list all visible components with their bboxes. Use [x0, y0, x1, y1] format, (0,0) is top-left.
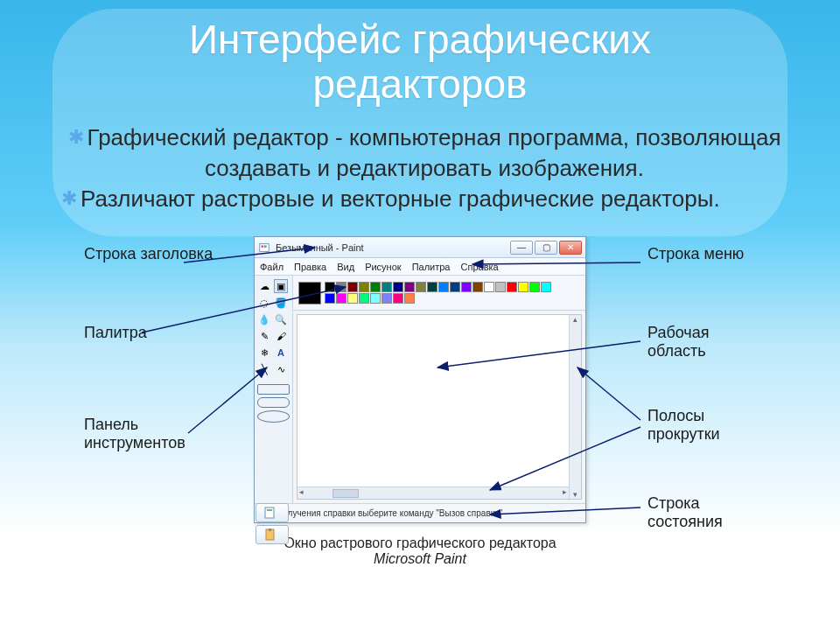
tool-brush-icon[interactable]: 🖌	[274, 329, 288, 343]
paragraph-2: ✱Различают растровые и векторные графиче…	[44, 184, 805, 214]
palette-swatch[interactable]	[404, 282, 415, 292]
palette-swatch[interactable]	[450, 282, 460, 292]
shape-ellipse-icon[interactable]	[257, 410, 290, 423]
label-title-bar: Строка заголовка	[84, 245, 213, 263]
palette-swatch[interactable]	[359, 293, 369, 304]
paint-titlebar: Безымянный - Paint — ▢ ✕	[255, 237, 585, 258]
palette-swatch[interactable]	[336, 282, 346, 292]
palette-swatch[interactable]	[416, 282, 426, 292]
tool-select-icon[interactable]: ▣	[274, 279, 288, 293]
palette-swatch[interactable]	[393, 293, 403, 304]
label-work-area: Рабочая область	[648, 324, 752, 360]
menu-edit[interactable]: Правка	[294, 262, 326, 272]
palette-swatch[interactable]	[461, 282, 472, 292]
menu-palette[interactable]: Палитра	[412, 262, 451, 272]
title-line-2: редакторов	[313, 61, 528, 107]
tool-text-icon[interactable]: A	[274, 346, 288, 360]
palette-swatch[interactable]	[427, 282, 438, 292]
palette-swatch[interactable]	[495, 282, 506, 292]
horizontal-scrollbar[interactable]	[298, 486, 569, 499]
palette-grid	[325, 282, 552, 304]
menu-view[interactable]: Вид	[337, 262, 354, 272]
label-toolbox: Панель инструментов	[84, 416, 206, 452]
canvas-column	[293, 276, 585, 503]
body-text: ✱Графический редактор - компьютерная про…	[44, 122, 805, 214]
close-button[interactable]: ✕	[559, 241, 582, 255]
menu-help[interactable]: Справка	[461, 262, 499, 272]
label-scrollbars: Полосы прокрутки	[648, 407, 752, 443]
paint-app-icon	[258, 242, 270, 254]
maximize-button[interactable]: ▢	[535, 241, 557, 255]
tool-picker-icon[interactable]: 💧	[257, 312, 271, 326]
shape-roundrect-icon[interactable]	[257, 397, 290, 408]
paint-menubar: Файл Правка Вид Рисунок Палитра Справка	[255, 258, 585, 276]
tool-zoom-icon[interactable]: 🔍	[274, 312, 288, 326]
palette-swatch[interactable]	[325, 282, 335, 292]
svg-rect-1	[262, 245, 264, 248]
paint-figure: Безымянный - Paint — ▢ ✕ Файл Правка Вид…	[254, 236, 586, 567]
menu-file[interactable]: Файл	[260, 262, 284, 272]
clipboard-buttons	[256, 503, 289, 544]
palette-swatch[interactable]	[438, 282, 449, 292]
caption-prefix: Окно растрового графического редактора	[284, 536, 556, 550]
shape-rect-icon[interactable]	[257, 384, 290, 395]
label-palette: Палитра	[84, 324, 147, 342]
paint-toolbox: ☁ ▣ ◌ 🪣 💧 🔍 ✎ 🖌 ❄ A ╲ ∿	[255, 276, 293, 503]
palette-swatch[interactable]	[472, 282, 483, 292]
palette-swatch[interactable]	[518, 282, 528, 292]
bullet-icon: ✱	[61, 187, 77, 209]
tool-freeform-select-icon[interactable]: ☁	[257, 279, 271, 293]
paragraph-1: ✱Графический редактор - компьютерная про…	[44, 122, 805, 184]
bullet-icon: ✱	[68, 126, 84, 148]
clipboard-paste-button[interactable]	[256, 503, 289, 522]
hscroll-thumb[interactable]	[332, 489, 359, 498]
tool-line-icon[interactable]: ╲	[257, 362, 271, 376]
palette-swatch[interactable]	[507, 282, 517, 292]
minimize-button[interactable]: —	[510, 241, 533, 255]
palette-swatch[interactable]	[347, 282, 358, 292]
menu-image[interactable]: Рисунок	[365, 262, 402, 272]
svg-rect-2	[264, 245, 267, 248]
paint-window: Безымянный - Paint — ▢ ✕ Файл Правка Вид…	[254, 236, 586, 523]
para1-lead: Графический редактор	[88, 124, 329, 150]
tool-fill-icon[interactable]: 🪣	[274, 296, 288, 310]
palette-swatch[interactable]	[370, 293, 381, 304]
figure-caption: Окно растрового графического редактора M…	[254, 536, 586, 567]
palette-swatch[interactable]	[336, 293, 346, 304]
tool-curve-icon[interactable]: ∿	[274, 362, 288, 376]
clipboard-button[interactable]	[256, 525, 289, 544]
paint-canvas[interactable]	[297, 314, 582, 500]
tool-spray-icon[interactable]: ❄	[257, 346, 271, 360]
svg-rect-4	[267, 509, 272, 511]
palette-swatch[interactable]	[359, 282, 369, 292]
palette-swatch[interactable]	[529, 282, 540, 292]
tool-eraser-icon[interactable]: ◌	[257, 296, 271, 310]
paint-window-title: Безымянный - Paint	[276, 242, 508, 253]
palette-swatch[interactable]	[541, 282, 551, 292]
para2-text: Различают растровые и векторные графичес…	[80, 186, 720, 212]
title-line-1: Интерфейс графических	[189, 17, 651, 62]
palette-swatch[interactable]	[393, 282, 403, 292]
status-text: Для получения справки выберите команду "…	[260, 508, 502, 518]
palette-swatch[interactable]	[484, 282, 494, 292]
tool-pencil-icon[interactable]: ✎	[257, 329, 271, 343]
svg-rect-3	[265, 508, 274, 518]
paint-content: ☁ ▣ ◌ 🪣 💧 🔍 ✎ 🖌 ❄ A ╲ ∿	[255, 276, 585, 503]
palette-swatch[interactable]	[382, 282, 392, 292]
vertical-scrollbar[interactable]	[569, 315, 581, 499]
current-color-icon[interactable]	[298, 282, 321, 304]
palette-swatch[interactable]	[370, 282, 381, 292]
slide-title: Интерфейс графических редакторов	[52, 18, 788, 106]
tool-shapes	[257, 384, 290, 423]
palette-swatch[interactable]	[347, 293, 358, 304]
paint-statusbar: Для получения справки выберите команду "…	[255, 503, 585, 522]
caption-product: Microsoft Paint	[374, 551, 466, 566]
svg-rect-6	[269, 528, 271, 531]
palette-swatch[interactable]	[404, 293, 415, 304]
palette-swatch[interactable]	[325, 293, 335, 304]
paint-palette	[293, 276, 585, 311]
label-menu-bar: Строка меню	[648, 245, 752, 263]
svg-line-12	[578, 368, 640, 420]
label-status-bar: Строка состояния	[648, 494, 752, 530]
palette-swatch[interactable]	[382, 293, 392, 304]
